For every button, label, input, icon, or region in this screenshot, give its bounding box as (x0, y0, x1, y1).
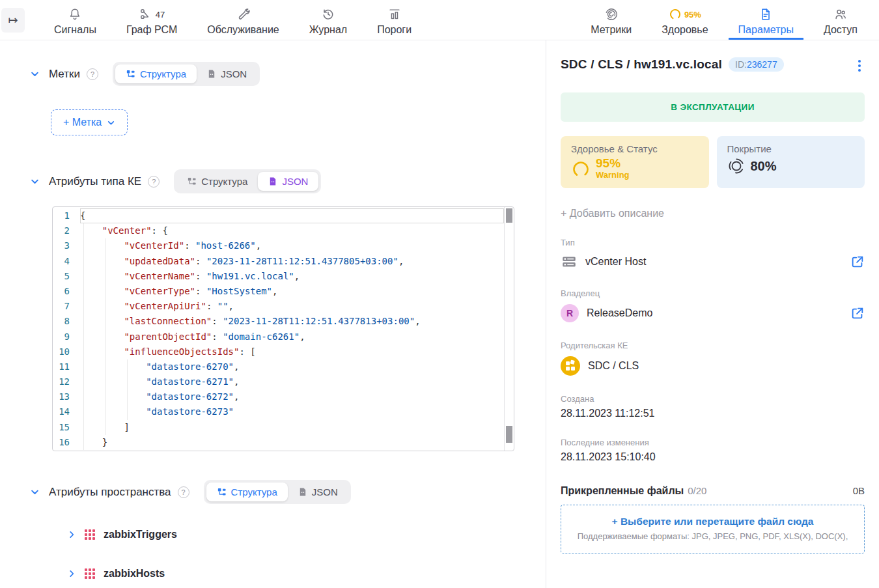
parent-ke-field: Родительская КЕ SDC / CLS (561, 341, 865, 376)
scrollbar-thumb[interactable] (506, 208, 512, 223)
add-description-button[interactable]: + Добавить описание (561, 208, 865, 219)
nav-left-group: Сигналы 47 Граф РСМ Обслуживание Журнал (39, 0, 426, 40)
external-link-icon[interactable] (850, 306, 865, 320)
tree-structure-icon (126, 69, 135, 79)
labels-section-title: Метки (49, 68, 80, 81)
nav-item-parameters[interactable]: Параметры (723, 0, 809, 40)
server-icon (561, 253, 578, 270)
tree-item-zabbixtriggers[interactable]: zabbixTriggers (67, 529, 546, 540)
dropzone-title: + Выберите или перетащите файл сюда (568, 516, 858, 527)
graph-count: 47 (156, 10, 165, 20)
chevron-right-icon (67, 530, 76, 539)
nav-item-thresholds[interactable]: Пороги (362, 0, 426, 40)
scrollbar-thumb[interactable] (506, 426, 512, 443)
tab-label: Структура (140, 68, 186, 79)
owner-field: Владелец R ReleaseDemo (561, 288, 865, 322)
labels-tab-structure[interactable]: Структура (115, 64, 197, 83)
json-code-editor[interactable]: 1{2 "vCenter": {3 "vCenterId": "host-626… (52, 206, 514, 451)
bell-icon (68, 7, 82, 21)
code-line: 11 "datastore-6270", (53, 359, 504, 374)
code-line: 12 "datastore-6271", (53, 374, 504, 389)
code-line: 15 ] (53, 420, 504, 435)
status-badge: В ЭКСПЛУАТАЦИИ (561, 92, 865, 122)
editor-scrollbar[interactable] (504, 207, 514, 451)
parent-ke-value[interactable]: SDC / CLS (588, 360, 639, 372)
nav-item-rsm-graph[interactable]: 47 Граф РСМ (111, 0, 192, 40)
sidebar-expand-button[interactable]: ↦ (1, 8, 25, 33)
nav-item-maintenance[interactable]: Обслуживание (192, 0, 294, 40)
line-number: 16 (53, 435, 80, 450)
labels-tab-json[interactable]: JSON (197, 64, 257, 83)
nav-label: Журнал (309, 24, 347, 36)
coverage-card-title: Покрытие (727, 143, 855, 154)
parent-ke-icon (561, 356, 580, 376)
nav-label: Пороги (377, 24, 412, 36)
space-attrs-tab-structure[interactable]: Структура (206, 483, 288, 501)
health-percent: 95% (684, 10, 701, 20)
nav-item-metrics[interactable]: Метрики (576, 0, 647, 40)
line-number: 5 (53, 269, 80, 284)
chevron-down-icon (107, 119, 115, 127)
type-attrs-section-header: Атрибуты типа КЕ ? Структура JSON (30, 169, 546, 193)
nav-label: Граф РСМ (126, 24, 177, 36)
code-line: 10 "influenceObjectsIds": [ (53, 344, 504, 359)
type-attrs-tab-structure[interactable]: Структура (176, 172, 258, 191)
add-label-button[interactable]: + Метка (51, 109, 128, 135)
avatar: R (561, 304, 579, 322)
line-number: 14 (53, 404, 80, 419)
tree-item-zabbixhosts[interactable]: zabbixHosts (67, 568, 546, 580)
external-link-icon[interactable] (850, 255, 865, 269)
chevron-down-icon[interactable] (30, 176, 40, 186)
code-line: 3 "vCenterId": "host-6266", (53, 238, 504, 253)
files-count: 0/20 (688, 485, 706, 496)
labels-view-toggle: Структура JSON (113, 62, 260, 86)
files-title: Прикрепленные файлы (561, 485, 684, 497)
field-label: Создана (561, 394, 865, 404)
coverage-card[interactable]: Покрытие 80% (717, 136, 865, 188)
tab-label: JSON (221, 68, 247, 79)
health-status-card[interactable]: Здоровье & Статус 95% Warning (561, 136, 709, 188)
nav-item-access[interactable]: Доступ (809, 0, 872, 40)
file-dropzone[interactable]: + Выберите или перетащите файл сюда Подд… (561, 505, 865, 553)
attached-files-section: Прикрепленные файлы 0/20 0B + Выберите и… (561, 485, 865, 553)
nav-item-signals[interactable]: Сигналы (39, 0, 111, 40)
history-clock-icon (321, 7, 335, 21)
parameters-content: Метки ? Структура JSON + Метка (0, 40, 546, 588)
page-title: SDC / CLS / hw191.vc.local (561, 57, 722, 72)
line-number: 7 (53, 299, 80, 314)
line-number: 15 (53, 420, 80, 435)
nav-right-group: Метрики 95% Здоровье Параметры Доступ (576, 0, 872, 40)
chevron-down-icon[interactable] (30, 487, 40, 497)
code-line: 2 "vCenter": { (53, 223, 504, 238)
code-line: 8 "lastConnection": "2023-11-28T11:12:51… (53, 314, 504, 329)
id-badge: ID:236277 (729, 57, 784, 72)
line-number: 3 (53, 238, 80, 253)
tree-item-label: zabbixHosts (104, 568, 165, 580)
help-icon[interactable]: ? (87, 68, 98, 80)
line-number: 13 (53, 389, 80, 404)
help-icon[interactable]: ? (148, 176, 160, 188)
code-line: 1{ (53, 208, 504, 223)
nav-label: Параметры (738, 24, 794, 36)
tree-structure-icon (187, 176, 197, 186)
nav-item-health[interactable]: 95% Здоровье (647, 0, 723, 40)
tab-label: Структура (201, 176, 247, 187)
people-icon (833, 7, 848, 21)
field-label: Владелец (561, 288, 865, 298)
kebab-menu-icon[interactable] (854, 57, 865, 74)
line-number: 4 (53, 254, 80, 269)
json-file-icon (268, 176, 277, 186)
space-attrs-tab-json[interactable]: JSON (288, 483, 348, 501)
grid-icon (84, 529, 96, 540)
wrench-icon (236, 7, 251, 21)
help-icon[interactable]: ? (178, 486, 189, 498)
details-header: SDC / CLS / hw191.vc.local ID:236277 (561, 57, 865, 74)
type-attrs-tab-json[interactable]: JSON (258, 172, 318, 191)
json-file-icon (207, 69, 216, 79)
nav-item-journal[interactable]: Журнал (294, 0, 362, 40)
chevron-down-icon[interactable] (30, 69, 40, 79)
json-editor-lines: 1{2 "vCenter": {3 "vCenterId": "host-626… (53, 207, 504, 451)
nav-label: Метрики (591, 24, 632, 36)
field-label: Тип (561, 238, 865, 247)
nav-label: Обслуживание (207, 24, 279, 36)
